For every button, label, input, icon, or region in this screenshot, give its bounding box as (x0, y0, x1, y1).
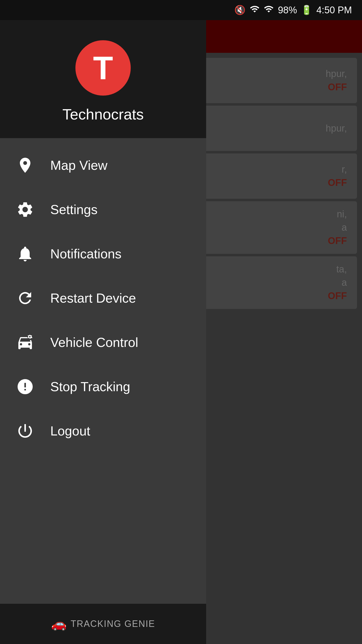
signal-icon (264, 4, 274, 16)
drawer-menu: Map View Settings Notifications (0, 138, 206, 604)
status-icons: 🔇 98% 🔋 4:50 PM (234, 4, 352, 16)
main-layout: hpur, OFF hpur, r, OFF ni, a OFF ta, a O… (0, 20, 362, 644)
menu-item-settings[interactable]: Settings (0, 187, 206, 232)
menu-item-vehicle-control[interactable]: Vehicle Control (0, 320, 206, 365)
power-icon (15, 421, 35, 441)
logout-label: Logout (50, 423, 90, 438)
settings-label: Settings (50, 202, 98, 217)
drawer-footer: 🚗 TRACKING GENIE (0, 604, 206, 644)
user-name: Technocrats (62, 106, 144, 123)
notifications-label: Notifications (50, 246, 121, 261)
avatar-letter: T (93, 52, 113, 84)
menu-item-stop-tracking[interactable]: Stop Tracking (0, 365, 206, 409)
stop-icon (15, 377, 35, 397)
drawer-header: T Technocrats (0, 20, 206, 138)
battery-text: 98% (278, 5, 297, 16)
refresh-icon (15, 288, 35, 308)
map-view-label: Map View (50, 158, 107, 173)
brand-logo: 🚗 TRACKING GENIE (51, 617, 155, 631)
time-text: 4:50 PM (316, 5, 352, 16)
navigation-drawer: T Technocrats Map View Settings (0, 20, 206, 644)
menu-item-logout[interactable]: Logout (0, 409, 206, 453)
wifi-icon (250, 4, 260, 16)
vehicle-icon (15, 332, 35, 352)
location-icon (15, 155, 35, 175)
avatar: T (75, 40, 131, 96)
battery-icon: 🔋 (301, 5, 312, 15)
bell-icon (15, 244, 35, 264)
brand-icon: 🚗 (51, 617, 67, 631)
gear-icon (15, 199, 35, 220)
menu-item-notifications[interactable]: Notifications (0, 232, 206, 276)
brand-text: TRACKING GENIE (71, 619, 155, 629)
menu-item-map-view[interactable]: Map View (0, 143, 206, 187)
stop-tracking-label: Stop Tracking (50, 379, 130, 394)
status-bar: 🔇 98% 🔋 4:50 PM (0, 0, 362, 20)
mute-icon: 🔇 (234, 5, 246, 15)
menu-item-restart[interactable]: Restart Device (0, 276, 206, 320)
restart-label: Restart Device (50, 291, 136, 306)
vehicle-control-label: Vehicle Control (50, 335, 138, 350)
